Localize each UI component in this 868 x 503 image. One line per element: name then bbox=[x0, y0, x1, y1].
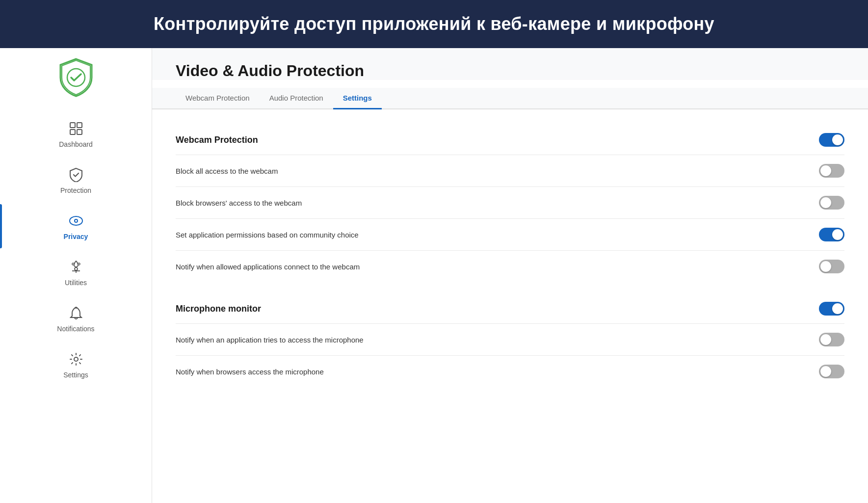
sidebar-item-settings[interactable]: Settings bbox=[0, 343, 152, 387]
svg-point-14 bbox=[74, 357, 78, 361]
svg-rect-3 bbox=[70, 130, 75, 134]
dashboard-icon bbox=[67, 120, 85, 137]
block-all-webcam-label: Block all access to the webcam bbox=[176, 167, 278, 175]
notify-allowed-webcam-toggle[interactable] bbox=[819, 260, 844, 273]
content-inner: Video & Audio Protection Webcam Protecti… bbox=[152, 48, 868, 503]
sidebar-item-utilities[interactable]: Utilities bbox=[0, 250, 152, 294]
setting-row-notify-app-mic: Notify when an application tries to acce… bbox=[176, 323, 844, 355]
kaspersky-logo bbox=[58, 58, 94, 97]
svg-point-12 bbox=[78, 263, 80, 265]
settings-nav-label: Settings bbox=[63, 371, 88, 379]
banner-text: Контролируйте доступ приложений к веб-ка… bbox=[154, 14, 714, 34]
page-header: Video & Audio Protection bbox=[152, 48, 868, 80]
svg-rect-1 bbox=[70, 123, 75, 128]
tab-webcam-protection[interactable]: Webcam Protection bbox=[176, 88, 260, 109]
setting-row-notify-browsers-mic: Notify when browsers access the micropho… bbox=[176, 355, 844, 387]
setting-row-block-browsers-webcam: Block browsers' access to the webcam bbox=[176, 186, 844, 218]
setting-row-notify-allowed-webcam: Notify when allowed applications connect… bbox=[176, 250, 844, 282]
webcam-protection-toggle[interactable] bbox=[819, 133, 844, 147]
main-layout: Dashboard Protection bbox=[0, 48, 868, 503]
svg-rect-2 bbox=[77, 123, 82, 128]
privacy-icon bbox=[67, 212, 85, 230]
notifications-icon bbox=[67, 304, 85, 322]
svg-rect-4 bbox=[77, 130, 82, 134]
block-browsers-webcam-label: Block browsers' access to the webcam bbox=[176, 199, 302, 207]
dashboard-label: Dashboard bbox=[59, 140, 93, 148]
tab-audio-protection[interactable]: Audio Protection bbox=[260, 88, 333, 109]
app-container: Контролируйте доступ приложений к веб-ка… bbox=[0, 0, 868, 503]
logo-area bbox=[58, 58, 94, 97]
block-all-webcam-toggle[interactable] bbox=[819, 164, 844, 178]
webcam-section-title: Webcam Protection bbox=[176, 135, 258, 145]
notify-browsers-mic-label: Notify when browsers access the micropho… bbox=[176, 368, 324, 376]
block-browsers-webcam-toggle[interactable] bbox=[819, 196, 844, 210]
settings-content: Webcam Protection Block all access to th… bbox=[152, 109, 868, 403]
svg-point-8 bbox=[75, 267, 78, 270]
page-title: Video & Audio Protection bbox=[176, 62, 844, 80]
utilities-icon bbox=[67, 258, 85, 276]
svg-point-11 bbox=[72, 263, 74, 265]
community-choice-toggle[interactable] bbox=[819, 228, 844, 241]
notify-app-mic-toggle[interactable] bbox=[819, 333, 844, 346]
banner: Контролируйте доступ приложений к веб-ка… bbox=[0, 0, 868, 48]
sidebar-item-privacy[interactable]: Privacy bbox=[0, 204, 152, 248]
settings-icon bbox=[67, 350, 85, 368]
content-area: Video & Audio Protection Webcam Protecti… bbox=[152, 48, 868, 503]
sidebar: Dashboard Protection bbox=[0, 48, 152, 503]
microphone-monitor-toggle[interactable] bbox=[819, 302, 844, 316]
sidebar-item-notifications[interactable]: Notifications bbox=[0, 296, 152, 341]
community-choice-label: Set application permissions based on com… bbox=[176, 231, 359, 239]
tab-settings[interactable]: Settings bbox=[333, 88, 382, 109]
webcam-section-header: Webcam Protection bbox=[176, 125, 844, 155]
sidebar-item-dashboard[interactable]: Dashboard bbox=[0, 112, 152, 156]
notify-allowed-webcam-label: Notify when allowed applications connect… bbox=[176, 263, 360, 271]
sidebar-item-protection[interactable]: Protection bbox=[0, 158, 152, 202]
setting-row-block-all-webcam: Block all access to the webcam bbox=[176, 155, 844, 186]
notifications-label: Notifications bbox=[57, 325, 94, 333]
sidebar-nav: Dashboard Protection bbox=[0, 112, 152, 387]
svg-point-7 bbox=[75, 220, 77, 222]
protection-label: Protection bbox=[60, 186, 91, 194]
setting-row-community-choice: Set application permissions based on com… bbox=[176, 218, 844, 250]
microphone-section-title: Microphone monitor bbox=[176, 304, 261, 314]
privacy-label: Privacy bbox=[64, 233, 88, 240]
tabs-bar: Webcam Protection Audio Protection Setti… bbox=[152, 88, 868, 109]
section-divider bbox=[176, 282, 844, 294]
notify-browsers-mic-toggle[interactable] bbox=[819, 365, 844, 378]
protection-icon bbox=[67, 166, 85, 184]
notify-app-mic-label: Notify when an application tries to acce… bbox=[176, 336, 364, 344]
utilities-label: Utilities bbox=[65, 279, 87, 287]
microphone-section-header: Microphone monitor bbox=[176, 294, 844, 323]
